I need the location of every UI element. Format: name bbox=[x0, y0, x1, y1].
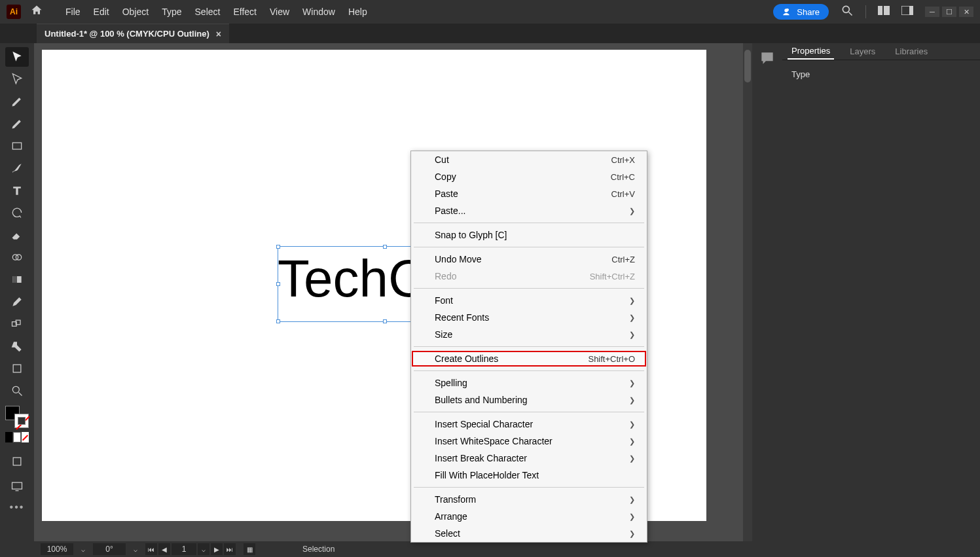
menu-help[interactable]: Help bbox=[348, 7, 367, 17]
color-mode-color[interactable] bbox=[5, 432, 12, 442]
handle-bottom-left[interactable] bbox=[276, 319, 280, 323]
ctx-select[interactable]: Select❯ bbox=[411, 525, 647, 542]
rotate-input[interactable] bbox=[93, 543, 126, 555]
handle-bottom-center[interactable] bbox=[383, 319, 387, 323]
color-mode-none[interactable] bbox=[22, 432, 29, 442]
eyedropper-tool[interactable] bbox=[5, 292, 29, 312]
next-artboard-button[interactable]: ▶ bbox=[211, 543, 223, 555]
svg-rect-6 bbox=[909, 6, 913, 15]
ctx-transform[interactable]: Transform❯ bbox=[411, 491, 647, 508]
svg-rect-7 bbox=[12, 143, 21, 149]
zoom-input[interactable] bbox=[41, 543, 73, 555]
maximize-button[interactable]: ☐ bbox=[942, 7, 956, 17]
color-mode-gradient[interactable] bbox=[13, 432, 22, 442]
svg-rect-18 bbox=[12, 482, 22, 489]
properties-panel: Type Transform X: W: Y: H: ⛓ ⌵ bbox=[782, 60, 980, 557]
home-icon[interactable] bbox=[30, 4, 43, 20]
svg-rect-17 bbox=[13, 458, 21, 465]
draw-mode-icon[interactable] bbox=[5, 452, 29, 471]
ctx-insert-whitespace[interactable]: Insert WhiteSpace Character❯ bbox=[411, 433, 647, 450]
rotate-tool[interactable] bbox=[5, 203, 29, 223]
close-button[interactable]: ✕ bbox=[959, 7, 973, 17]
direct-selection-tool[interactable] bbox=[5, 69, 29, 89]
ctx-insert-special[interactable]: Insert Special Character❯ bbox=[411, 416, 647, 433]
zoom-dropdown-icon[interactable]: ⌵ bbox=[81, 546, 85, 553]
chevron-right-icon: ❯ bbox=[629, 437, 635, 446]
gradient-tool[interactable] bbox=[5, 270, 29, 289]
ctx-recent-fonts[interactable]: Recent Fonts❯ bbox=[411, 309, 647, 326]
document-tab[interactable]: Untitled-1* @ 100 % (CMYK/CPU Outline) × bbox=[37, 24, 229, 43]
ctx-bullets-numbering[interactable]: Bullets and Numbering❯ bbox=[411, 391, 647, 408]
scroll-thumb[interactable] bbox=[744, 50, 751, 82]
menu-object[interactable]: Object bbox=[122, 7, 149, 17]
ctx-snap-to-glyph[interactable]: Snap to Glyph [C] bbox=[411, 226, 647, 243]
chevron-right-icon: ❯ bbox=[629, 296, 635, 305]
arrange-documents-icon[interactable] bbox=[878, 6, 890, 18]
type-tool[interactable] bbox=[5, 181, 29, 200]
menu-select[interactable]: Select bbox=[195, 7, 221, 17]
shape-builder-tool[interactable] bbox=[5, 247, 29, 267]
tab-layers[interactable]: Layers bbox=[846, 44, 879, 59]
first-artboard-button[interactable]: ⏮ bbox=[145, 543, 157, 555]
ctx-spelling[interactable]: Spelling❯ bbox=[411, 374, 647, 391]
ctx-undo[interactable]: Undo MoveCtrl+Z bbox=[411, 251, 647, 268]
app-logo: Ai bbox=[7, 5, 21, 19]
last-artboard-button[interactable]: ⏭ bbox=[224, 543, 236, 555]
menu-file[interactable]: File bbox=[65, 7, 81, 17]
blend-tool[interactable] bbox=[5, 314, 29, 334]
selection-tool[interactable] bbox=[5, 47, 29, 67]
ctx-fill-placeholder[interactable]: Fill With PlaceHolder Text bbox=[411, 467, 647, 484]
screen-mode-icon[interactable] bbox=[5, 476, 29, 496]
rectangle-tool[interactable] bbox=[5, 136, 29, 156]
ctx-insert-break[interactable]: Insert Break Character❯ bbox=[411, 450, 647, 467]
symbol-sprayer-tool[interactable] bbox=[5, 336, 29, 356]
edit-toolbar-icon[interactable]: ••• bbox=[10, 501, 25, 513]
handle-top-left[interactable] bbox=[276, 245, 280, 249]
menu-type[interactable]: Type bbox=[162, 7, 181, 17]
tab-libraries[interactable]: Libraries bbox=[891, 44, 932, 59]
fill-stroke-swatch[interactable] bbox=[5, 406, 29, 428]
tab-close-icon[interactable]: × bbox=[216, 29, 221, 39]
vertical-scrollbar[interactable] bbox=[743, 43, 752, 541]
prev-artboard-button[interactable]: ◀ bbox=[158, 543, 170, 555]
chevron-right-icon: ❯ bbox=[629, 396, 635, 404]
ctx-paste-submenu[interactable]: Paste...❯ bbox=[411, 202, 647, 219]
svg-rect-4 bbox=[884, 6, 890, 15]
ctx-arrange[interactable]: Arrange❯ bbox=[411, 508, 647, 525]
ctx-create-outlines[interactable]: Create OutlinesShift+Ctrl+O bbox=[411, 350, 647, 367]
workspace-switcher-icon[interactable] bbox=[901, 6, 913, 18]
chevron-right-icon: ❯ bbox=[629, 454, 635, 463]
menu-effect[interactable]: Effect bbox=[233, 7, 257, 17]
status-bar: ⌵ ⌵ ⏮ ◀ ⌵ ▶ ⏭ ▦ Selection bbox=[34, 541, 752, 557]
tab-properties[interactable]: Properties bbox=[788, 43, 834, 60]
curvature-tool[interactable] bbox=[5, 114, 29, 134]
artboard-overview-icon[interactable]: ▦ bbox=[244, 543, 255, 555]
paintbrush-tool[interactable] bbox=[5, 158, 29, 178]
share-button[interactable]: Share bbox=[773, 4, 829, 20]
artboard-dropdown-icon[interactable]: ⌵ bbox=[198, 543, 209, 555]
search-icon[interactable] bbox=[841, 4, 854, 20]
rotate-dropdown-icon[interactable]: ⌵ bbox=[134, 546, 137, 553]
pen-tool[interactable] bbox=[5, 92, 29, 111]
artboard-tool[interactable] bbox=[5, 359, 29, 378]
chevron-right-icon: ❯ bbox=[629, 314, 635, 322]
stroke-swatch[interactable] bbox=[14, 414, 29, 428]
topbar-right: Share ─ ☐ ✕ bbox=[773, 4, 973, 20]
ctx-font[interactable]: Font❯ bbox=[411, 292, 647, 309]
menu-view[interactable]: View bbox=[270, 7, 289, 17]
context-menu: CutCtrl+X CopyCtrl+C PasteCtrl+V Paste..… bbox=[410, 151, 647, 543]
ctx-paste[interactable]: PasteCtrl+V bbox=[411, 185, 647, 202]
ctx-cut[interactable]: CutCtrl+X bbox=[411, 151, 647, 168]
menu-window[interactable]: Window bbox=[302, 7, 335, 17]
eraser-tool[interactable] bbox=[5, 225, 29, 245]
menu-edit[interactable]: Edit bbox=[94, 7, 109, 17]
handle-top-center[interactable] bbox=[383, 245, 387, 249]
zoom-tool[interactable] bbox=[5, 381, 29, 401]
minimize-button[interactable]: ─ bbox=[925, 7, 939, 17]
ctx-size[interactable]: Size❯ bbox=[411, 326, 647, 343]
artboard-number-input[interactable] bbox=[172, 543, 196, 555]
color-mode-switches bbox=[5, 432, 29, 442]
ctx-copy[interactable]: CopyCtrl+C bbox=[411, 168, 647, 185]
comments-icon[interactable] bbox=[759, 50, 776, 67]
handle-middle-left[interactable] bbox=[276, 282, 280, 286]
